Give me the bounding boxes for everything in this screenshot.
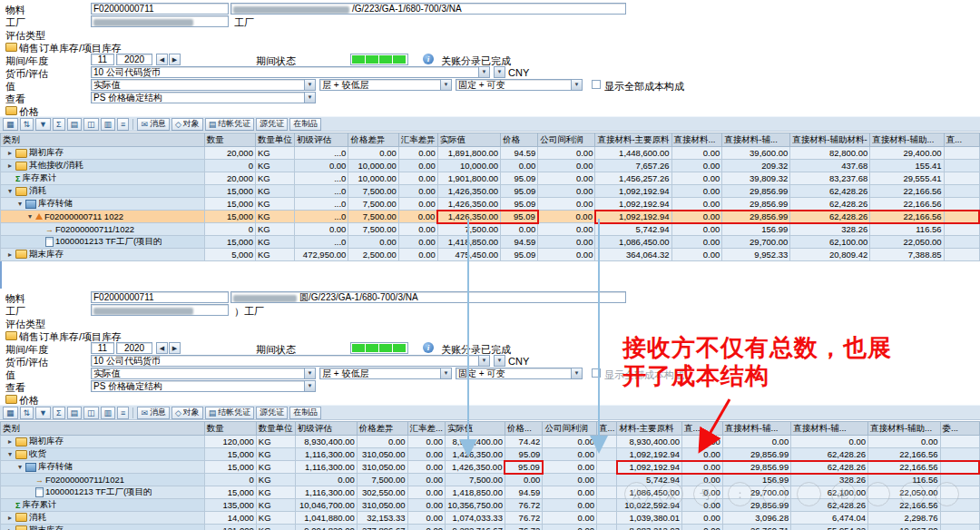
collapse-icon[interactable]: ▾ — [16, 463, 24, 471]
dropdown-arrow-icon[interactable] — [304, 80, 315, 90]
layer-select[interactable]: 层 + 较低层 — [319, 79, 452, 91]
objects-button[interactable]: ◇对象 — [172, 118, 203, 131]
currency-select[interactable]: 10 公司代码货币 — [91, 66, 490, 78]
wip-button[interactable]: 在制品 — [289, 118, 321, 131]
dropdown-arrow-icon[interactable] — [478, 67, 489, 77]
info-button[interactable] — [423, 54, 434, 64]
source-document-button[interactable]: 源凭证 — [256, 407, 288, 419]
export-icon[interactable]: ◫ — [83, 407, 99, 419]
column-header[interactable]: 材料-主要原料 — [617, 422, 682, 436]
sum-icon[interactable]: Σ — [53, 118, 65, 131]
messages-button[interactable]: ✉消息 — [137, 407, 170, 419]
plant-input[interactable] — [91, 304, 229, 316]
column-header[interactable]: 直接材料-辅助... — [867, 422, 940, 436]
previous-period-button[interactable] — [156, 54, 168, 65]
collapse-icon[interactable]: ▾ — [26, 212, 34, 221]
column-header[interactable]: 初级评估 — [294, 133, 348, 147]
plant-input[interactable] — [91, 15, 229, 27]
column-header[interactable]: 价格 — [501, 133, 538, 147]
category-cell[interactable]: F02000000711/1022 — [1, 223, 205, 236]
expand-icon[interactable]: ▸ — [6, 437, 14, 446]
dropdown-arrow-icon[interactable] — [571, 368, 582, 378]
dropdown-arrow-icon[interactable] — [304, 381, 315, 391]
column-header[interactable]: 价格... — [505, 422, 542, 436]
layout-icon[interactable]: ▦ — [3, 118, 18, 131]
sort-icon[interactable]: ⇅ — [20, 407, 34, 419]
expand-icon[interactable]: ▸ — [6, 526, 14, 530]
column-header[interactable]: 数量单位 — [256, 422, 295, 436]
column-header[interactable]: 直接材料-辅... — [722, 422, 790, 436]
column-header[interactable]: 直... — [682, 422, 723, 436]
view-select[interactable]: PS 价格确定结构 — [91, 380, 316, 392]
period-input[interactable]: 11 — [91, 342, 114, 354]
filter-icon[interactable]: ▼ — [35, 118, 51, 131]
cost-type-select[interactable]: 固定 + 可变 — [456, 368, 583, 379]
dropdown-arrow-icon[interactable] — [304, 368, 315, 378]
sum-icon[interactable]: Σ — [53, 407, 65, 419]
objects-button[interactable]: ◇对象 — [172, 407, 203, 419]
year-input[interactable]: 2020 — [116, 342, 152, 354]
dropdown-arrow-icon[interactable] — [571, 80, 582, 90]
previous-period-button[interactable] — [156, 342, 168, 354]
table-row[interactable]: ▸期初库存120,000KG8,930,400.000.000.008,930,… — [1, 436, 980, 448]
category-cell[interactable]: ▾库存转储 — [1, 198, 205, 211]
table-row[interactable]: ▸期末库存5,000KG472,950.002,500.000.00475,45… — [1, 248, 980, 260]
column-header[interactable]: 数量 — [204, 133, 255, 147]
table-row[interactable]: 1000001213 TF工厂(项目的15,000KG...00.000.001… — [1, 235, 980, 248]
category-cell[interactable]: ▸其他接收/消耗 — [1, 160, 205, 172]
table-row[interactable]: ▾库存转储15,000KG...07,500.000.001,426,350.0… — [1, 198, 980, 211]
column-header[interactable]: 委... — [940, 422, 979, 436]
sort-icon[interactable]: ⇅ — [20, 118, 34, 131]
column-header[interactable]: 直... — [944, 133, 979, 147]
category-cell[interactable]: F02000000711/1021 — [1, 474, 205, 486]
value-select[interactable]: 实际值 — [91, 368, 316, 379]
closing-document-button[interactable]: ▤结帐凭证 — [205, 407, 255, 419]
column-header[interactable]: 类别 — [1, 133, 205, 147]
cost-type-select[interactable]: 固定 + 可变 — [456, 79, 583, 91]
chart-icon[interactable]: ▥ — [101, 118, 116, 131]
year-input[interactable]: 2020 — [116, 54, 152, 65]
column-header[interactable]: 汇率差异 — [398, 133, 437, 147]
column-header[interactable]: 直接材料... — [671, 133, 722, 147]
source-document-button[interactable]: 源凭证 — [256, 118, 288, 131]
category-cell[interactable]: 1000001213 TF工厂(项目的 — [1, 235, 205, 248]
settings-icon[interactable]: ≡ — [117, 407, 129, 419]
value-select[interactable]: 实际值 — [91, 79, 316, 91]
column-header[interactable]: 直接材料-辅... — [791, 422, 868, 436]
layer-select[interactable]: 层 + 较低层 — [319, 368, 452, 379]
column-header[interactable]: 公司间利润 — [538, 133, 595, 147]
collapse-icon[interactable]: ▾ — [16, 200, 24, 208]
table-row[interactable]: F02000000711/10220KG0.007,500.000.007,50… — [1, 223, 980, 236]
column-header[interactable]: 公司间利润 — [543, 422, 597, 436]
column-header[interactable]: 初级评估 — [295, 422, 357, 436]
column-header[interactable]: 实际值 — [437, 133, 500, 147]
table-row[interactable]: ▸其他接收/消耗0KG0.0010,000.000.0010,000.000.0… — [1, 160, 980, 172]
info-button[interactable] — [423, 342, 434, 353]
column-header[interactable]: 数量单位 — [255, 133, 294, 147]
dropdown-arrow-icon[interactable] — [478, 356, 489, 366]
category-cell[interactable]: ▸期末库存 — [1, 524, 205, 530]
show-all-checkbox[interactable] — [592, 80, 601, 89]
expand-icon[interactable]: ▸ — [6, 250, 14, 259]
category-cell[interactable]: ▸期末库存 — [1, 248, 205, 260]
column-header[interactable]: 直接材料-辅... — [722, 133, 790, 147]
category-cell[interactable]: ▾收货 — [1, 448, 205, 461]
export-icon[interactable]: ◫ — [83, 118, 99, 131]
table-row[interactable]: ▾消耗15,000KG...07,500.000.001,426,350.009… — [1, 185, 980, 198]
collapse-icon[interactable]: ▾ — [6, 450, 14, 458]
column-header[interactable]: 价格差异 — [357, 422, 407, 436]
expand-icon[interactable]: ▸ — [6, 514, 14, 522]
column-header[interactable]: 直接材料-辅助... — [870, 133, 944, 147]
messages-button[interactable]: ✉消息 — [137, 118, 170, 131]
filter-icon[interactable]: ▼ — [35, 407, 51, 419]
category-cell[interactable]: 库存累计 — [1, 172, 205, 185]
category-cell[interactable]: ▸消耗 — [1, 511, 205, 524]
material-input[interactable]: F02000000711 — [91, 3, 229, 15]
table-row[interactable]: ▾库存转储15,000KG1,116,300.00310,050.000.001… — [1, 461, 980, 474]
table-row[interactable]: ▸期末库存121,000KG9,004,820.00277,896.670.00… — [1, 524, 980, 530]
category-cell[interactable]: ▾库存转储 — [1, 461, 205, 474]
currency-code-dropdown-icon[interactable] — [494, 355, 505, 367]
material-desc-field[interactable]: 圆/G/223/GA-1/680-700/3/NA — [230, 291, 626, 303]
wip-button[interactable]: 在制品 — [289, 407, 321, 419]
dropdown-arrow-icon[interactable] — [440, 368, 451, 378]
